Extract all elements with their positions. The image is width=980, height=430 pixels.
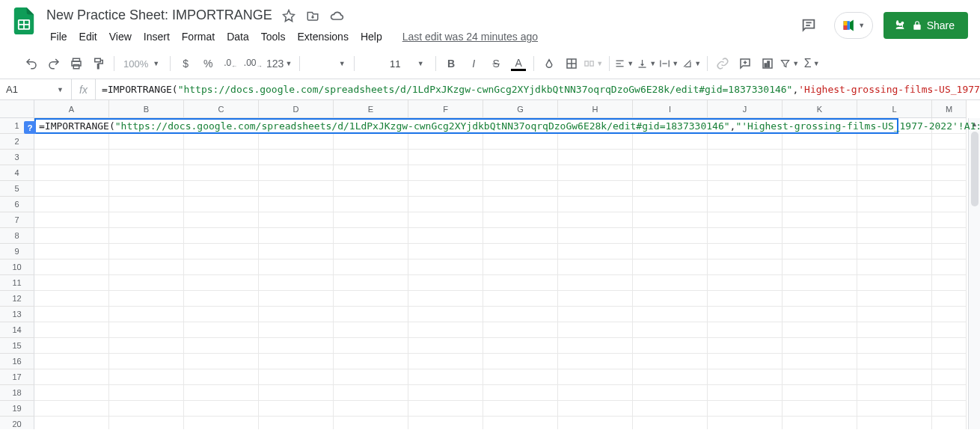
cell[interactable]: [334, 244, 408, 259]
row-header-2[interactable]: 2: [0, 134, 34, 150]
cell[interactable]: [184, 322, 259, 338]
cell[interactable]: [109, 291, 184, 307]
col-header-H[interactable]: H: [558, 100, 633, 118]
cell[interactable]: [408, 228, 483, 244]
cell[interactable]: [259, 228, 334, 244]
cell[interactable]: [483, 165, 558, 181]
cell[interactable]: [259, 275, 334, 291]
cell[interactable]: [334, 197, 408, 212]
cell[interactable]: [34, 385, 109, 401]
cell[interactable]: [783, 369, 857, 385]
chart-icon[interactable]: [757, 53, 778, 74]
cell[interactable]: [334, 134, 408, 150]
row-header-12[interactable]: 12: [0, 291, 34, 307]
cell[interactable]: [259, 338, 334, 354]
cell[interactable]: [633, 291, 708, 307]
cell[interactable]: [783, 354, 857, 369]
cell[interactable]: [408, 134, 483, 150]
cell[interactable]: [34, 134, 109, 150]
cell[interactable]: [857, 212, 932, 228]
col-header-I[interactable]: I: [633, 100, 708, 118]
cell[interactable]: [932, 150, 967, 165]
cell[interactable]: [109, 417, 184, 429]
cell[interactable]: [408, 385, 483, 401]
cell[interactable]: [109, 197, 184, 212]
borders-icon[interactable]: [561, 53, 582, 74]
cell[interactable]: [259, 197, 334, 212]
cell[interactable]: [633, 385, 708, 401]
cell[interactable]: [783, 417, 857, 429]
cell[interactable]: [558, 259, 633, 275]
cell[interactable]: [408, 165, 483, 181]
menu-view[interactable]: View: [104, 28, 137, 46]
cell[interactable]: [558, 134, 633, 150]
cell[interactable]: [708, 401, 783, 417]
cell[interactable]: [558, 181, 633, 197]
cell[interactable]: [932, 275, 967, 291]
cell[interactable]: [109, 385, 184, 401]
cell[interactable]: [708, 385, 783, 401]
cell[interactable]: [483, 401, 558, 417]
font-size-dropdown[interactable]: ▼: [410, 53, 431, 74]
sheets-logo[interactable]: [9, 6, 39, 36]
cell[interactable]: [184, 259, 259, 275]
fill-color-icon[interactable]: [539, 53, 560, 74]
cell[interactable]: [558, 369, 633, 385]
redo-icon[interactable]: [43, 53, 64, 74]
cell[interactable]: [633, 212, 708, 228]
cell[interactable]: [334, 212, 408, 228]
currency-button[interactable]: $: [175, 53, 196, 74]
cell[interactable]: [34, 291, 109, 307]
cell[interactable]: [34, 212, 109, 228]
menu-help[interactable]: Help: [355, 28, 388, 46]
name-box[interactable]: A1▼: [0, 79, 72, 99]
cell[interactable]: [259, 369, 334, 385]
cell[interactable]: [558, 212, 633, 228]
cell[interactable]: [633, 165, 708, 181]
cell[interactable]: [633, 134, 708, 150]
cell[interactable]: [708, 322, 783, 338]
cell[interactable]: [408, 181, 483, 197]
cell[interactable]: [334, 322, 408, 338]
cell[interactable]: [558, 244, 633, 259]
cell[interactable]: [109, 338, 184, 354]
cell[interactable]: [408, 369, 483, 385]
cell[interactable]: [558, 275, 633, 291]
cell[interactable]: [259, 401, 334, 417]
cell[interactable]: [34, 259, 109, 275]
cell[interactable]: [334, 354, 408, 369]
cell[interactable]: [34, 165, 109, 181]
col-header-B[interactable]: B: [109, 100, 184, 118]
row-header-18[interactable]: 18: [0, 385, 34, 401]
cell[interactable]: [633, 181, 708, 197]
cell[interactable]: [109, 244, 184, 259]
cell[interactable]: [259, 417, 334, 429]
cell[interactable]: [408, 275, 483, 291]
cell[interactable]: [259, 134, 334, 150]
cell[interactable]: [34, 307, 109, 322]
cell[interactable]: [34, 150, 109, 165]
col-header-A[interactable]: A: [34, 100, 109, 118]
cell[interactable]: [558, 322, 633, 338]
cell[interactable]: [857, 369, 932, 385]
cell[interactable]: [708, 228, 783, 244]
cell[interactable]: [633, 259, 708, 275]
cell[interactable]: [932, 322, 967, 338]
cell[interactable]: [857, 197, 932, 212]
cell[interactable]: [708, 150, 783, 165]
cell[interactable]: [857, 134, 932, 150]
h-align-icon[interactable]: ▼: [614, 53, 635, 74]
menu-data[interactable]: Data: [221, 28, 254, 46]
vertical-scrollbar[interactable]: ▲: [968, 118, 980, 429]
undo-icon[interactable]: [21, 53, 42, 74]
move-icon[interactable]: [305, 8, 320, 23]
cell[interactable]: [932, 417, 967, 429]
cell[interactable]: [259, 165, 334, 181]
cell[interactable]: [334, 369, 408, 385]
cell[interactable]: [109, 181, 184, 197]
cell[interactable]: [483, 244, 558, 259]
cell[interactable]: [857, 181, 932, 197]
menu-insert[interactable]: Insert: [138, 28, 175, 46]
cell[interactable]: [558, 307, 633, 322]
cell[interactable]: [408, 417, 483, 429]
